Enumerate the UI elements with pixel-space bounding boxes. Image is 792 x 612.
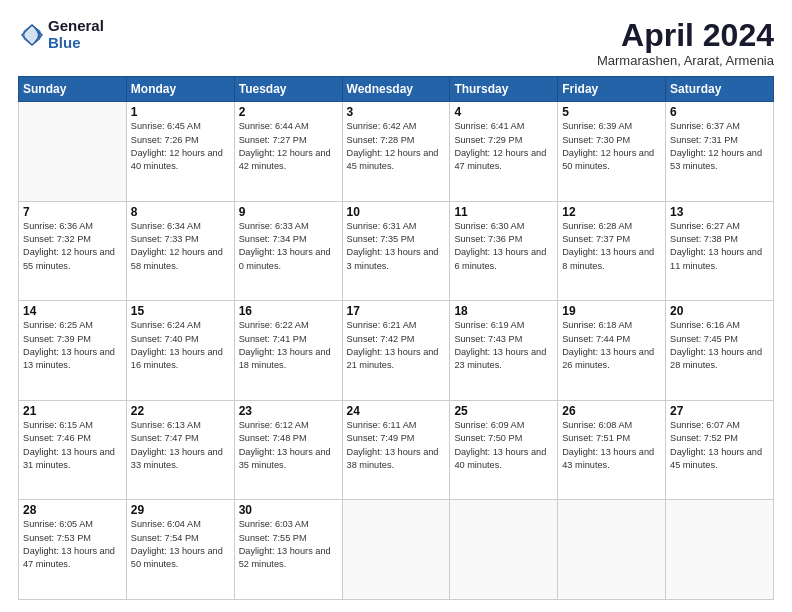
day-number: 17 — [347, 304, 446, 318]
day-info: Sunrise: 6:19 AMSunset: 7:43 PMDaylight:… — [454, 319, 553, 372]
logo-general-label: General — [48, 18, 104, 35]
day-info: Sunrise: 6:16 AMSunset: 7:45 PMDaylight:… — [670, 319, 769, 372]
col-tuesday: Tuesday — [234, 77, 342, 102]
day-info: Sunrise: 6:31 AMSunset: 7:35 PMDaylight:… — [347, 220, 446, 273]
table-row: 9Sunrise: 6:33 AMSunset: 7:34 PMDaylight… — [234, 201, 342, 301]
day-info: Sunrise: 6:28 AMSunset: 7:37 PMDaylight:… — [562, 220, 661, 273]
day-info: Sunrise: 6:30 AMSunset: 7:36 PMDaylight:… — [454, 220, 553, 273]
table-row: 28Sunrise: 6:05 AMSunset: 7:53 PMDayligh… — [19, 500, 127, 600]
table-row: 12Sunrise: 6:28 AMSunset: 7:37 PMDayligh… — [558, 201, 666, 301]
day-number: 1 — [131, 105, 230, 119]
table-row: 16Sunrise: 6:22 AMSunset: 7:41 PMDayligh… — [234, 301, 342, 401]
table-row: 8Sunrise: 6:34 AMSunset: 7:33 PMDaylight… — [126, 201, 234, 301]
day-number: 15 — [131, 304, 230, 318]
day-number: 23 — [239, 404, 338, 418]
day-info: Sunrise: 6:33 AMSunset: 7:34 PMDaylight:… — [239, 220, 338, 273]
day-info: Sunrise: 6:45 AMSunset: 7:26 PMDaylight:… — [131, 120, 230, 173]
table-row: 6Sunrise: 6:37 AMSunset: 7:31 PMDaylight… — [666, 102, 774, 202]
table-row: 1Sunrise: 6:45 AMSunset: 7:26 PMDaylight… — [126, 102, 234, 202]
table-row: 26Sunrise: 6:08 AMSunset: 7:51 PMDayligh… — [558, 400, 666, 500]
table-row — [19, 102, 127, 202]
day-number: 16 — [239, 304, 338, 318]
table-row: 10Sunrise: 6:31 AMSunset: 7:35 PMDayligh… — [342, 201, 450, 301]
day-number: 19 — [562, 304, 661, 318]
table-row: 3Sunrise: 6:42 AMSunset: 7:28 PMDaylight… — [342, 102, 450, 202]
logo-text: General Blue — [48, 18, 104, 51]
day-number: 29 — [131, 503, 230, 517]
day-number: 2 — [239, 105, 338, 119]
table-row — [450, 500, 558, 600]
day-number: 4 — [454, 105, 553, 119]
logo-blue-label: Blue — [48, 35, 104, 52]
table-row — [558, 500, 666, 600]
table-row: 25Sunrise: 6:09 AMSunset: 7:50 PMDayligh… — [450, 400, 558, 500]
calendar-week-row: 28Sunrise: 6:05 AMSunset: 7:53 PMDayligh… — [19, 500, 774, 600]
day-info: Sunrise: 6:42 AMSunset: 7:28 PMDaylight:… — [347, 120, 446, 173]
day-number: 11 — [454, 205, 553, 219]
day-info: Sunrise: 6:25 AMSunset: 7:39 PMDaylight:… — [23, 319, 122, 372]
day-number: 13 — [670, 205, 769, 219]
day-info: Sunrise: 6:09 AMSunset: 7:50 PMDaylight:… — [454, 419, 553, 472]
col-saturday: Saturday — [666, 77, 774, 102]
day-info: Sunrise: 6:36 AMSunset: 7:32 PMDaylight:… — [23, 220, 122, 273]
day-info: Sunrise: 6:22 AMSunset: 7:41 PMDaylight:… — [239, 319, 338, 372]
logo: General Blue — [18, 18, 104, 51]
page: General Blue April 2024 Marmarashen, Ara… — [0, 0, 792, 612]
day-number: 5 — [562, 105, 661, 119]
main-title: April 2024 — [597, 18, 774, 53]
day-info: Sunrise: 6:08 AMSunset: 7:51 PMDaylight:… — [562, 419, 661, 472]
table-row: 19Sunrise: 6:18 AMSunset: 7:44 PMDayligh… — [558, 301, 666, 401]
col-wednesday: Wednesday — [342, 77, 450, 102]
day-number: 30 — [239, 503, 338, 517]
col-friday: Friday — [558, 77, 666, 102]
day-info: Sunrise: 6:03 AMSunset: 7:55 PMDaylight:… — [239, 518, 338, 571]
day-number: 26 — [562, 404, 661, 418]
table-row: 20Sunrise: 6:16 AMSunset: 7:45 PMDayligh… — [666, 301, 774, 401]
day-number: 8 — [131, 205, 230, 219]
day-number: 22 — [131, 404, 230, 418]
table-row: 17Sunrise: 6:21 AMSunset: 7:42 PMDayligh… — [342, 301, 450, 401]
day-info: Sunrise: 6:24 AMSunset: 7:40 PMDaylight:… — [131, 319, 230, 372]
day-info: Sunrise: 6:41 AMSunset: 7:29 PMDaylight:… — [454, 120, 553, 173]
table-row: 14Sunrise: 6:25 AMSunset: 7:39 PMDayligh… — [19, 301, 127, 401]
table-row: 4Sunrise: 6:41 AMSunset: 7:29 PMDaylight… — [450, 102, 558, 202]
calendar-table: Sunday Monday Tuesday Wednesday Thursday… — [18, 76, 774, 600]
day-info: Sunrise: 6:27 AMSunset: 7:38 PMDaylight:… — [670, 220, 769, 273]
col-monday: Monday — [126, 77, 234, 102]
day-number: 25 — [454, 404, 553, 418]
day-number: 21 — [23, 404, 122, 418]
subtitle: Marmarashen, Ararat, Armenia — [597, 53, 774, 68]
day-number: 7 — [23, 205, 122, 219]
calendar-week-row: 21Sunrise: 6:15 AMSunset: 7:46 PMDayligh… — [19, 400, 774, 500]
table-row: 5Sunrise: 6:39 AMSunset: 7:30 PMDaylight… — [558, 102, 666, 202]
day-number: 14 — [23, 304, 122, 318]
table-row: 21Sunrise: 6:15 AMSunset: 7:46 PMDayligh… — [19, 400, 127, 500]
day-number: 6 — [670, 105, 769, 119]
day-number: 10 — [347, 205, 446, 219]
table-row: 11Sunrise: 6:30 AMSunset: 7:36 PMDayligh… — [450, 201, 558, 301]
table-row: 7Sunrise: 6:36 AMSunset: 7:32 PMDaylight… — [19, 201, 127, 301]
table-row: 29Sunrise: 6:04 AMSunset: 7:54 PMDayligh… — [126, 500, 234, 600]
table-row: 24Sunrise: 6:11 AMSunset: 7:49 PMDayligh… — [342, 400, 450, 500]
calendar-week-row: 7Sunrise: 6:36 AMSunset: 7:32 PMDaylight… — [19, 201, 774, 301]
day-info: Sunrise: 6:13 AMSunset: 7:47 PMDaylight:… — [131, 419, 230, 472]
day-info: Sunrise: 6:21 AMSunset: 7:42 PMDaylight:… — [347, 319, 446, 372]
day-info: Sunrise: 6:37 AMSunset: 7:31 PMDaylight:… — [670, 120, 769, 173]
table-row: 18Sunrise: 6:19 AMSunset: 7:43 PMDayligh… — [450, 301, 558, 401]
table-row: 13Sunrise: 6:27 AMSunset: 7:38 PMDayligh… — [666, 201, 774, 301]
table-row: 23Sunrise: 6:12 AMSunset: 7:48 PMDayligh… — [234, 400, 342, 500]
table-row: 15Sunrise: 6:24 AMSunset: 7:40 PMDayligh… — [126, 301, 234, 401]
calendar-week-row: 1Sunrise: 6:45 AMSunset: 7:26 PMDaylight… — [19, 102, 774, 202]
table-row: 22Sunrise: 6:13 AMSunset: 7:47 PMDayligh… — [126, 400, 234, 500]
day-info: Sunrise: 6:15 AMSunset: 7:46 PMDaylight:… — [23, 419, 122, 472]
table-row — [666, 500, 774, 600]
table-row: 30Sunrise: 6:03 AMSunset: 7:55 PMDayligh… — [234, 500, 342, 600]
calendar-header-row: Sunday Monday Tuesday Wednesday Thursday… — [19, 77, 774, 102]
day-number: 27 — [670, 404, 769, 418]
table-row: 2Sunrise: 6:44 AMSunset: 7:27 PMDaylight… — [234, 102, 342, 202]
day-number: 12 — [562, 205, 661, 219]
col-sunday: Sunday — [19, 77, 127, 102]
title-section: April 2024 Marmarashen, Ararat, Armenia — [597, 18, 774, 68]
day-number: 24 — [347, 404, 446, 418]
table-row: 27Sunrise: 6:07 AMSunset: 7:52 PMDayligh… — [666, 400, 774, 500]
